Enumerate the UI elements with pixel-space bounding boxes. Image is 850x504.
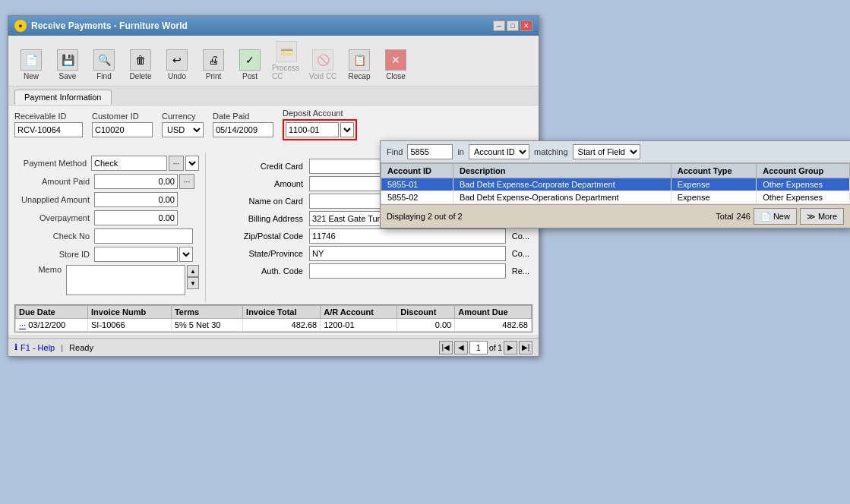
- matching-field-select[interactable]: Start of Field: [573, 144, 640, 159]
- nav-last-button[interactable]: ▶|: [519, 341, 532, 354]
- store-id-input[interactable]: [94, 247, 178, 262]
- total-label: Total: [716, 212, 733, 221]
- voidcc-icon: 🚫: [312, 49, 333, 71]
- payment-method-input[interactable]: [91, 156, 167, 171]
- processcc-icon: 💳: [276, 41, 297, 62]
- delete-toolbar-button[interactable]: 🗑 Delete: [124, 47, 157, 83]
- left-column: Payment Method ··· Amount Paid ··· Unapp…: [8, 153, 206, 301]
- overpayment-label: Overpayment: [14, 213, 94, 222]
- store-id-label: Store ID: [14, 250, 94, 259]
- more-icon: ≫: [807, 212, 816, 222]
- close-toolbar-button[interactable]: ✕ Close: [379, 47, 412, 83]
- title-buttons: ─ □ ✕: [493, 20, 532, 31]
- customer-id-label: Customer ID: [92, 112, 153, 121]
- new-toolbar-button[interactable]: 📄 New: [14, 47, 48, 83]
- in-label: in: [457, 147, 464, 156]
- tab-payment-information[interactable]: Payment Information: [14, 90, 112, 105]
- col-amount-due: Amount Due: [455, 306, 532, 319]
- table-row[interactable]: ··· 03/12/200 SI-10066 5% 5 Net 30 482.6…: [16, 319, 532, 332]
- col-discount: Discount: [397, 306, 455, 319]
- payment-method-row: Payment Method ···: [14, 156, 199, 171]
- undo-label: Undo: [168, 72, 186, 80]
- cc-auth-input[interactable]: [309, 263, 506, 279]
- lookup-account-group: Other Expenses: [757, 178, 850, 191]
- help-icon: ℹ: [14, 342, 17, 352]
- lookup-col-account-id: Account ID: [381, 164, 453, 178]
- col-ar-account: A/R Account: [321, 306, 397, 319]
- date-paid-label: Date Paid: [213, 112, 273, 121]
- lookup-row[interactable]: 5855-01 Bad Debt Expense-Corporate Depar…: [381, 178, 850, 191]
- find-toolbar-button[interactable]: 🔍 Find: [87, 47, 121, 83]
- cc-zip-input[interactable]: [309, 228, 506, 244]
- currency-select[interactable]: USD: [162, 122, 204, 137]
- cc-state-label: State/Province: [215, 249, 306, 258]
- amount-paid-btn[interactable]: ···: [179, 174, 194, 189]
- post-label: Post: [242, 72, 258, 80]
- cell-due-date: ··· 03/12/200: [16, 319, 88, 332]
- minimize-button[interactable]: ─: [493, 20, 505, 31]
- memo-scroll-up[interactable]: ▲: [187, 265, 199, 277]
- date-paid-field: Date Paid: [213, 112, 273, 137]
- nav-next-button[interactable]: ▶: [504, 341, 517, 354]
- col-invoice-total: Invoice Total: [243, 306, 321, 319]
- lookup-row[interactable]: 5855-02 Bad Debt Expense-Operations Depa…: [381, 191, 850, 204]
- lookup-col-description: Description: [453, 164, 671, 178]
- cc-state-input[interactable]: [309, 246, 506, 261]
- col-due-date: Due Date: [16, 306, 88, 319]
- print-icon: 🖨: [203, 49, 224, 71]
- delete-icon: 🗑: [130, 49, 151, 71]
- new-label: New: [24, 72, 39, 80]
- memo-scroll-down[interactable]: ▼: [187, 277, 199, 289]
- undo-toolbar-button[interactable]: ↩ Undo: [160, 47, 194, 83]
- find-input[interactable]: [407, 144, 453, 159]
- customer-id-input[interactable]: [92, 122, 153, 137]
- save-icon: 💾: [57, 49, 78, 71]
- help-link[interactable]: ℹ F1 - Help: [14, 342, 55, 352]
- post-toolbar-button[interactable]: ✓ Post: [233, 47, 267, 83]
- payment-method-picker[interactable]: ···: [169, 156, 184, 171]
- lookup-account-id: 5855-02: [381, 191, 453, 204]
- more-button[interactable]: ≫ More: [800, 208, 844, 225]
- store-id-select[interactable]: [179, 247, 193, 262]
- payment-method-select[interactable]: [185, 156, 199, 171]
- close-window-button[interactable]: ✕: [520, 20, 532, 31]
- lookup-account-type: Expense: [671, 178, 756, 191]
- deposit-account-select[interactable]: [340, 122, 354, 137]
- amount-paid-row: Amount Paid ···: [14, 174, 199, 189]
- deposit-account-label: Deposit Account: [283, 109, 357, 118]
- receivable-id-input[interactable]: [14, 122, 83, 137]
- lookup-description: Bad Debt Expense-Operations Department: [453, 191, 671, 204]
- voidcc-toolbar-button[interactable]: 🚫 Void CC: [306, 47, 340, 83]
- check-no-input[interactable]: [94, 228, 193, 244]
- save-toolbar-button[interactable]: 💾 Save: [51, 47, 84, 83]
- cell-invoice-num: SI-10066: [88, 319, 172, 332]
- lookup-footer: Displaying 2 out of 2 Total 246 📄 New ≫ …: [381, 204, 850, 228]
- maximize-button[interactable]: □: [507, 20, 519, 31]
- cell-amount-due: 482.68: [455, 319, 532, 332]
- amount-paid-input[interactable]: [94, 174, 178, 189]
- new-button[interactable]: 📄 New: [754, 208, 797, 225]
- nav-prev-button[interactable]: ◀: [454, 341, 468, 354]
- memo-input[interactable]: [66, 265, 185, 295]
- date-paid-input[interactable]: [213, 122, 273, 137]
- tab-bar: Payment Information: [8, 87, 539, 106]
- deposit-account-input[interactable]: [286, 122, 339, 137]
- print-toolbar-button[interactable]: 🖨 Print: [197, 47, 230, 83]
- cc-amount-label: Amount: [215, 179, 306, 188]
- nav-controls: |◀ ◀ of 1 ▶ ▶|: [439, 341, 532, 354]
- unapplied-amount-input[interactable]: [94, 192, 178, 207]
- toolbar: 📄 New 💾 Save 🔍 Find 🗑 Delete ↩ Undo 🖨 Pr…: [8, 36, 539, 87]
- lookup-popup: Find in Account ID matching Start of Fie…: [380, 140, 850, 228]
- invoice-table: Due Date Invoice Numb Terms Invoice Tota…: [15, 305, 532, 332]
- recap-toolbar-button[interactable]: 📋 Recap: [343, 47, 376, 83]
- nav-first-button[interactable]: |◀: [439, 341, 453, 354]
- in-field-select[interactable]: Account ID: [469, 144, 529, 159]
- cc-credit-card-label: Credit Card: [215, 162, 306, 171]
- processcc-toolbar-button[interactable]: 💳 Process CC: [270, 39, 303, 83]
- page-input[interactable]: [469, 341, 488, 354]
- lookup-col-account-type: Account Type: [671, 164, 756, 178]
- memo-label: Memo: [14, 265, 66, 274]
- overpayment-input[interactable]: [94, 210, 178, 225]
- delete-label: Delete: [130, 72, 152, 80]
- lookup-table-area: Account ID Description Account Type Acco…: [381, 163, 850, 204]
